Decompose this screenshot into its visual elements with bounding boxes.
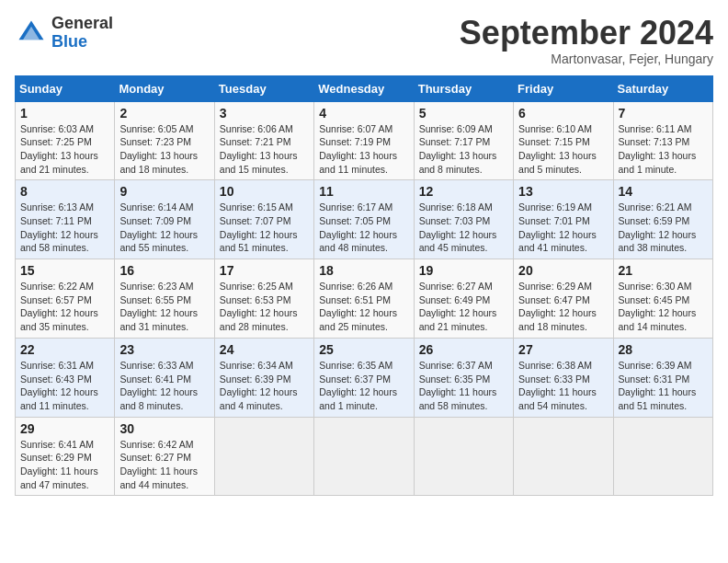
day-number: 28 <box>619 342 708 357</box>
day-number: 20 <box>518 263 608 278</box>
day-info: Sunrise: 6:11 AM Sunset: 7:13 PM Dayligh… <box>619 122 708 177</box>
list-item <box>214 417 313 496</box>
list-item: 29Sunrise: 6:41 AM Sunset: 6:29 PM Dayli… <box>16 417 115 496</box>
day-number: 10 <box>220 184 309 199</box>
day-info: Sunrise: 6:15 AM Sunset: 7:07 PM Dayligh… <box>220 201 309 255</box>
month-title: September 2024 <box>460 15 713 52</box>
day-number: 16 <box>119 263 209 278</box>
col-wednesday: Wednesday <box>314 75 414 101</box>
list-item: 20Sunrise: 6:29 AM Sunset: 6:47 PM Dayli… <box>514 259 613 339</box>
day-info: Sunrise: 6:33 AM Sunset: 6:41 PM Dayligh… <box>119 359 209 413</box>
calendar-body: 1Sunrise: 6:03 AM Sunset: 7:25 PM Daylig… <box>16 101 713 496</box>
day-number: 11 <box>319 184 408 199</box>
logo: General Blue <box>15 15 113 52</box>
col-thursday: Thursday <box>414 75 513 101</box>
day-info: Sunrise: 6:23 AM Sunset: 6:55 PM Dayligh… <box>119 280 209 334</box>
location: Martonvasar, Fejer, Hungary <box>460 52 713 66</box>
list-item: 16Sunrise: 6:23 AM Sunset: 6:55 PM Dayli… <box>115 259 214 339</box>
list-item: 18Sunrise: 6:26 AM Sunset: 6:51 PM Dayli… <box>314 259 414 339</box>
day-number: 15 <box>20 263 109 278</box>
list-item: 3Sunrise: 6:06 AM Sunset: 7:21 PM Daylig… <box>214 101 313 180</box>
day-info: Sunrise: 6:39 AM Sunset: 6:31 PM Dayligh… <box>619 359 708 413</box>
table-row: 29Sunrise: 6:41 AM Sunset: 6:29 PM Dayli… <box>16 417 713 496</box>
day-number: 29 <box>20 421 109 436</box>
day-info: Sunrise: 6:17 AM Sunset: 7:05 PM Dayligh… <box>319 201 408 255</box>
col-sunday: Sunday <box>16 75 115 101</box>
list-item: 10Sunrise: 6:15 AM Sunset: 7:07 PM Dayli… <box>214 180 313 259</box>
day-number: 24 <box>220 342 309 357</box>
title-block: September 2024 Martonvasar, Fejer, Hunga… <box>460 15 713 66</box>
list-item: 4Sunrise: 6:07 AM Sunset: 7:19 PM Daylig… <box>314 101 414 180</box>
day-number: 25 <box>319 342 408 357</box>
day-number: 23 <box>119 342 209 357</box>
day-info: Sunrise: 6:30 AM Sunset: 6:45 PM Dayligh… <box>619 280 708 334</box>
day-number: 8 <box>20 184 109 199</box>
day-info: Sunrise: 6:19 AM Sunset: 7:01 PM Dayligh… <box>518 201 608 255</box>
table-row: 1Sunrise: 6:03 AM Sunset: 7:25 PM Daylig… <box>16 101 713 180</box>
day-number: 21 <box>619 263 708 278</box>
list-item: 1Sunrise: 6:03 AM Sunset: 7:25 PM Daylig… <box>16 101 115 180</box>
list-item: 9Sunrise: 6:14 AM Sunset: 7:09 PM Daylig… <box>115 180 214 259</box>
day-info: Sunrise: 6:25 AM Sunset: 6:53 PM Dayligh… <box>220 280 309 334</box>
day-number: 14 <box>619 184 708 199</box>
day-info: Sunrise: 6:42 AM Sunset: 6:27 PM Dayligh… <box>119 438 209 492</box>
list-item: 22Sunrise: 6:31 AM Sunset: 6:43 PM Dayli… <box>16 338 115 417</box>
list-item: 2Sunrise: 6:05 AM Sunset: 7:23 PM Daylig… <box>115 101 214 180</box>
list-item: 17Sunrise: 6:25 AM Sunset: 6:53 PM Dayli… <box>214 259 313 339</box>
list-item: 13Sunrise: 6:19 AM Sunset: 7:01 PM Dayli… <box>514 180 613 259</box>
day-number: 4 <box>319 106 408 121</box>
day-info: Sunrise: 6:14 AM Sunset: 7:09 PM Dayligh… <box>119 201 209 255</box>
day-info: Sunrise: 6:18 AM Sunset: 7:03 PM Dayligh… <box>419 201 508 255</box>
day-info: Sunrise: 6:10 AM Sunset: 7:15 PM Dayligh… <box>518 122 608 177</box>
day-number: 9 <box>119 184 209 199</box>
day-number: 5 <box>419 106 508 121</box>
calendar-table: Sunday Monday Tuesday Wednesday Thursday… <box>15 75 713 497</box>
day-number: 26 <box>419 342 508 357</box>
day-info: Sunrise: 6:41 AM Sunset: 6:29 PM Dayligh… <box>20 438 109 492</box>
col-saturday: Saturday <box>613 75 712 101</box>
day-info: Sunrise: 6:09 AM Sunset: 7:17 PM Dayligh… <box>419 122 508 177</box>
day-number: 19 <box>419 263 508 278</box>
list-item <box>613 417 712 496</box>
day-number: 30 <box>119 421 209 436</box>
list-item: 30Sunrise: 6:42 AM Sunset: 6:27 PM Dayli… <box>115 417 214 496</box>
day-number: 6 <box>518 106 608 121</box>
day-info: Sunrise: 6:38 AM Sunset: 6:33 PM Dayligh… <box>518 359 608 413</box>
day-number: 27 <box>518 342 608 357</box>
day-info: Sunrise: 6:06 AM Sunset: 7:21 PM Dayligh… <box>220 122 309 177</box>
list-item: 25Sunrise: 6:35 AM Sunset: 6:37 PM Dayli… <box>314 338 414 417</box>
list-item: 15Sunrise: 6:22 AM Sunset: 6:57 PM Dayli… <box>16 259 115 339</box>
day-number: 17 <box>220 263 309 278</box>
day-info: Sunrise: 6:03 AM Sunset: 7:25 PM Dayligh… <box>20 122 109 177</box>
page-header: General Blue September 2024 Martonvasar,… <box>15 15 713 66</box>
list-item: 26Sunrise: 6:37 AM Sunset: 6:35 PM Dayli… <box>414 338 513 417</box>
day-number: 22 <box>20 342 109 357</box>
col-monday: Monday <box>115 75 214 101</box>
day-number: 3 <box>220 106 309 121</box>
list-item <box>314 417 414 496</box>
day-info: Sunrise: 6:21 AM Sunset: 6:59 PM Dayligh… <box>619 201 708 255</box>
day-info: Sunrise: 6:34 AM Sunset: 6:39 PM Dayligh… <box>220 359 309 413</box>
list-item <box>414 417 513 496</box>
table-row: 8Sunrise: 6:13 AM Sunset: 7:11 PM Daylig… <box>16 180 713 259</box>
list-item: 14Sunrise: 6:21 AM Sunset: 6:59 PM Dayli… <box>613 180 712 259</box>
day-number: 1 <box>20 106 109 121</box>
col-friday: Friday <box>514 75 613 101</box>
list-item <box>514 417 613 496</box>
list-item: 24Sunrise: 6:34 AM Sunset: 6:39 PM Dayli… <box>214 338 313 417</box>
day-info: Sunrise: 6:22 AM Sunset: 6:57 PM Dayligh… <box>20 280 109 334</box>
day-number: 13 <box>518 184 608 199</box>
table-row: 15Sunrise: 6:22 AM Sunset: 6:57 PM Dayli… <box>16 259 713 339</box>
day-info: Sunrise: 6:29 AM Sunset: 6:47 PM Dayligh… <box>518 280 608 334</box>
table-row: 22Sunrise: 6:31 AM Sunset: 6:43 PM Dayli… <box>16 338 713 417</box>
day-number: 7 <box>619 106 708 121</box>
list-item: 12Sunrise: 6:18 AM Sunset: 7:03 PM Dayli… <box>414 180 513 259</box>
col-tuesday: Tuesday <box>214 75 313 101</box>
day-number: 2 <box>119 106 209 121</box>
list-item: 23Sunrise: 6:33 AM Sunset: 6:41 PM Dayli… <box>115 338 214 417</box>
list-item: 8Sunrise: 6:13 AM Sunset: 7:11 PM Daylig… <box>16 180 115 259</box>
day-number: 12 <box>419 184 508 199</box>
list-item: 7Sunrise: 6:11 AM Sunset: 7:13 PM Daylig… <box>613 101 712 180</box>
list-item: 28Sunrise: 6:39 AM Sunset: 6:31 PM Dayli… <box>613 338 712 417</box>
list-item: 11Sunrise: 6:17 AM Sunset: 7:05 PM Dayli… <box>314 180 414 259</box>
